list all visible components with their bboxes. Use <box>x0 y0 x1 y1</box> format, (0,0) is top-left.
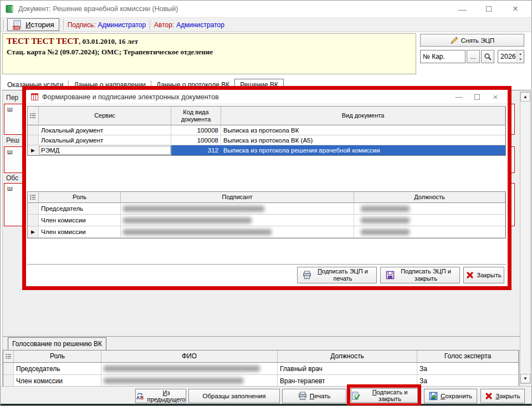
cell-position-redacted[interactable] <box>354 203 505 215</box>
signers-table: Роль Подписант Должность Председатель Чл… <box>27 191 506 238</box>
redacted-text <box>361 217 410 224</box>
cell-doc-kind[interactable]: Выписка из протокола ВК <box>221 125 505 135</box>
table-row[interactable]: Член комиссии Врач-терапевт За <box>3 375 519 387</box>
print-button[interactable]: Печать <box>282 389 346 403</box>
sign-and-close-highlight: Подписать и закрыть <box>347 384 421 406</box>
minimize-button[interactable]: — <box>454 3 470 15</box>
cell-service[interactable]: Локальный документ <box>39 125 171 135</box>
from-previous-label: Из предыдущего <box>147 389 186 403</box>
col-header-signer[interactable]: Подписант <box>121 192 354 203</box>
cell-role[interactable]: Член комиссии <box>39 226 121 238</box>
cell-service[interactable]: Локальный документ <box>39 135 171 145</box>
year-spinner[interactable]: 2026 ▲▼ <box>498 50 524 63</box>
cell-doc-code[interactable]: 312 <box>171 145 221 155</box>
cell-position-redacted[interactable] <box>354 215 505 226</box>
spinner-arrows[interactable]: ▲▼ <box>516 51 524 62</box>
close-button[interactable]: × <box>507 3 524 15</box>
sign-ecp-print-button[interactable]: Подписать ЭЦП и печать <box>297 267 377 283</box>
row-indicator <box>3 375 14 387</box>
redacted-text <box>104 366 260 372</box>
sign-ecp-close-button[interactable]: Подписать ЭЦП и закрыть <box>380 267 460 283</box>
voting-separator <box>3 336 520 337</box>
cell-fio-redacted[interactable] <box>101 363 278 375</box>
scroll-up-icon[interactable]: ▲ <box>520 92 530 101</box>
cell-role[interactable]: Член комиссии <box>14 375 101 387</box>
close-form-button[interactable]: Закрыть <box>480 389 525 403</box>
cell-signer-redacted[interactable] <box>121 215 354 226</box>
toolbar-grip[interactable] <box>3 20 5 30</box>
col-header-fio[interactable]: ФИО <box>101 351 278 363</box>
card-browse-button[interactable]: ... <box>467 50 480 63</box>
remove-ecp-label: Снять ЭЦП <box>461 37 494 44</box>
cell-role[interactable]: Член комиссии <box>39 215 121 226</box>
app-book-icon <box>5 4 14 13</box>
col-header-doc-code[interactable]: Код вида документа <box>171 106 221 125</box>
cell-doc-code[interactable]: 100008 <box>171 125 221 135</box>
signature-value: Администратор <box>98 21 146 29</box>
grid-options-icon[interactable] <box>3 351 14 363</box>
current-row-arrow-icon: ▶ <box>28 226 39 238</box>
table-row[interactable]: ▶ Член комиссии <box>28 226 505 238</box>
footer-bar: А В Из предыдущего Образцы заполнения Пе… <box>1 386 531 404</box>
scroll-down-icon[interactable]: ▼ <box>520 374 530 383</box>
cell-doc-kind[interactable]: Выписка из протокола решения врачебной к… <box>221 145 505 155</box>
dialog-close-action-button[interactable]: Закрыть <box>463 267 504 283</box>
current-row-arrow-icon: ▶ <box>28 145 39 155</box>
col-header-role[interactable]: Роль <box>14 351 101 363</box>
spin-down-icon[interactable]: ▼ <box>517 57 524 62</box>
cell-role[interactable]: Председатель <box>39 203 121 215</box>
maximize-button[interactable] <box>480 3 497 15</box>
sign-ecp-print-label: Подписать ЭЦП и печать <box>314 268 372 282</box>
tab-voting[interactable]: Голосование по решению ВК <box>8 337 106 350</box>
cell-doc-code[interactable]: 100008 <box>171 135 221 145</box>
table-row[interactable]: Член комиссии <box>28 215 505 226</box>
cell-position-redacted[interactable] <box>354 226 505 238</box>
table-row-selected[interactable]: ▶ РЭМД 312 Выписка из протокола решения … <box>28 145 505 155</box>
vertical-scrollbar[interactable]: ▲ ▼ <box>520 92 531 384</box>
from-previous-button[interactable]: А В Из предыдущего <box>135 389 186 403</box>
dialog-body: Сервис Код вида документа Вид документа … <box>26 104 508 286</box>
table-row[interactable]: Председатель <box>28 203 505 215</box>
row-indicator <box>28 203 39 215</box>
fill-samples-button[interactable]: Образцы заполнения <box>188 389 280 403</box>
col-header-position[interactable]: Должность <box>354 192 505 203</box>
cell-doc-kind[interactable]: Выписка из протокола ВК (А5) <box>221 135 505 145</box>
cell-role[interactable]: Председатель <box>14 363 101 375</box>
cell-position[interactable]: Главный врач <box>278 363 417 375</box>
save-button[interactable]: Сохранить <box>424 389 477 403</box>
col-header-service[interactable]: Сервис <box>39 106 171 125</box>
sign-check-icon <box>351 392 360 400</box>
dialog-minimize-button[interactable]: — <box>452 92 466 102</box>
spin-up-icon[interactable]: ▲ <box>517 51 524 57</box>
row-indicator <box>3 363 14 375</box>
patient-birth-age: , 03.01.2010, 16 лет <box>79 37 138 45</box>
table-row[interactable]: Локальный документ 100008 Выписка из про… <box>28 125 505 135</box>
table-row[interactable]: Председатель Главный врач За <box>3 363 519 375</box>
sign-ecp-close-label: Подписать ЭЦП и закрыть <box>397 268 455 282</box>
col-header-doc-kind[interactable]: Вид документа <box>221 106 505 125</box>
history-icon: LOG <box>12 20 23 30</box>
grid-options-icon[interactable] <box>28 192 39 203</box>
ab-copy-icon: А В <box>136 392 144 400</box>
grid-options-icon[interactable] <box>28 106 39 125</box>
sign-and-close-button[interactable]: Подписать и закрыть <box>351 388 418 403</box>
cell-signer-redacted[interactable] <box>121 203 354 215</box>
dialog-close-button[interactable]: × <box>488 92 503 102</box>
card-number-input[interactable] <box>420 50 466 63</box>
documents-table: Сервис Код вида документа Вид документа … <box>27 106 506 156</box>
author-label: Автор: <box>154 21 174 29</box>
table-row[interactable]: Локальный документ 100008 Выписка из про… <box>28 135 505 145</box>
cell-fio-redacted[interactable] <box>101 375 278 387</box>
remove-ecp-button[interactable]: Снять ЭЦП <box>420 34 524 47</box>
dialog-maximize-button[interactable] <box>470 92 484 102</box>
card-search-button[interactable] <box>481 50 494 63</box>
dialog-titlebar: Формирование и подписание электронных до… <box>26 90 508 104</box>
cell-signer-redacted[interactable] <box>121 226 354 238</box>
cell-service[interactable]: РЭМД <box>39 145 171 155</box>
col-header-role[interactable]: Роль <box>39 192 121 203</box>
col-header-vote[interactable]: Голос эксперта <box>417 351 519 363</box>
cell-vote[interactable]: За <box>417 375 519 387</box>
history-button[interactable]: LOG История <box>7 18 59 31</box>
cell-vote[interactable]: За <box>417 363 519 375</box>
col-header-position[interactable]: Должность <box>278 351 417 363</box>
